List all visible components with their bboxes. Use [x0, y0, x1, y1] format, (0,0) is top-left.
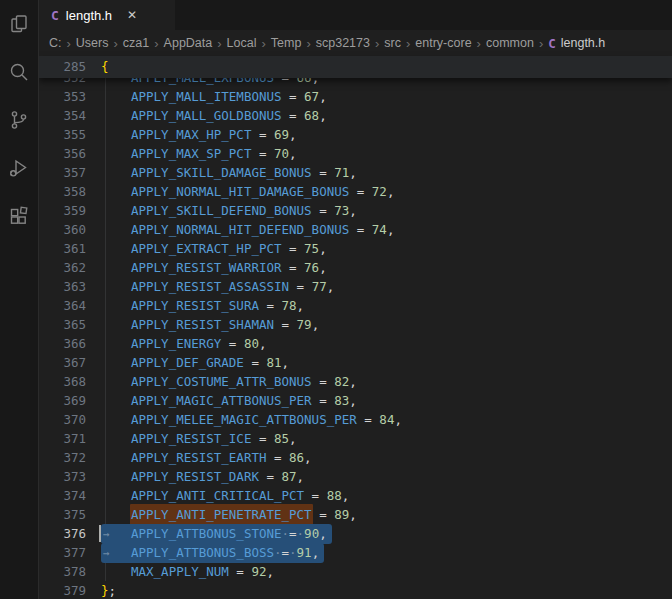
breadcrumb-file[interactable]: length.h	[561, 36, 605, 50]
chevron-right-icon: ›	[306, 36, 310, 51]
line-code: APPLY_MAX_SP_PCT = 70,	[101, 144, 297, 163]
editor-line-373[interactable]: 373APPLY_RESIST_DARK = 87,	[39, 467, 672, 486]
breadcrumb-item[interactable]: Users	[76, 36, 109, 50]
editor-line-353[interactable]: 353APPLY_MALL_ITEMBONUS = 67,	[39, 87, 672, 106]
line-number[interactable]: 365	[39, 315, 86, 334]
tab-bar: C length.h ✕	[39, 0, 672, 30]
editor-line-368[interactable]: 368APPLY_COSTUME_ATTR_BONUS = 82,	[39, 372, 672, 391]
line-code: APPLY_RESIST_ASSASSIN = 77,	[101, 277, 334, 296]
editor-line-360[interactable]: 360APPLY_NORMAL_HIT_DEFEND_BONUS = 74,	[39, 220, 672, 239]
editor-line-359[interactable]: 359APPLY_SKILL_DEFEND_BONUS = 73,	[39, 201, 672, 220]
editor-line-367[interactable]: 367APPLY_DEF_GRADE = 81,	[39, 353, 672, 372]
line-number[interactable]: 368	[39, 372, 86, 391]
editor-line-378[interactable]: 378MAX_APPLY_NUM = 92,	[39, 562, 672, 581]
chevron-right-icon: ›	[261, 36, 265, 51]
line-number[interactable]: 364	[39, 296, 86, 315]
selection: →APPLY_ATTBONUS_STONE·=·90,	[101, 524, 332, 544]
files-icon[interactable]	[0, 0, 38, 48]
line-number[interactable]: 366	[39, 334, 86, 353]
breadcrumb-item[interactable]: scp32173	[316, 36, 370, 50]
editor-line-370[interactable]: 370APPLY_MELEE_MAGIC_ATTBONUS_PER = 84,	[39, 410, 672, 429]
line-code: APPLY_MALL_GOLDBONUS = 68,	[101, 106, 327, 125]
chevron-right-icon: ›	[477, 36, 481, 51]
editor-line-357[interactable]: 357APPLY_SKILL_DAMAGE_BONUS = 71,	[39, 163, 672, 182]
editor-line-355[interactable]: 355APPLY_MAX_HP_PCT = 69,	[39, 125, 672, 144]
sticky-code: {	[101, 59, 109, 74]
line-number[interactable]: 377	[39, 543, 86, 562]
search-icon[interactable]	[0, 48, 38, 96]
breadcrumb-item[interactable]: common	[486, 36, 534, 50]
editor-line-362[interactable]: 362APPLY_RESIST_WARRIOR = 76,	[39, 258, 672, 277]
editor-line-369[interactable]: 369APPLY_MAGIC_ATTBONUS_PER = 83,	[39, 391, 672, 410]
close-icon[interactable]: ✕	[127, 9, 137, 21]
line-code: APPLY_MELEE_MAGIC_ATTBONUS_PER = 84,	[101, 410, 402, 429]
breadcrumb-item[interactable]: cza1	[123, 36, 149, 50]
editor-line-376[interactable]: 376→APPLY_ATTBONUS_STONE·=·90,	[39, 524, 672, 543]
line-code: APPLY_SKILL_DAMAGE_BONUS = 71,	[101, 163, 357, 182]
breadcrumb-item[interactable]: C:	[49, 36, 62, 50]
breadcrumb-item[interactable]: src	[384, 36, 401, 50]
line-number[interactable]: 359	[39, 201, 86, 220]
line-number[interactable]: 369	[39, 391, 86, 410]
editor-line-361[interactable]: 361APPLY_EXTRACT_HP_PCT = 75,	[39, 239, 672, 258]
editor-line-371[interactable]: 371APPLY_RESIST_ICE = 85,	[39, 429, 672, 448]
line-code: APPLY_ANTI_CRITICAL_PCT = 88,	[101, 486, 349, 505]
editor-line-358[interactable]: 358APPLY_NORMAL_HIT_DAMAGE_BONUS = 72,	[39, 182, 672, 201]
line-code: APPLY_ANTI_PENETRATE_PCT = 89,	[101, 505, 357, 524]
sticky-scroll-line[interactable]: 285 {	[39, 56, 672, 78]
line-code: APPLY_MAGIC_ATTBONUS_PER = 83,	[101, 391, 357, 410]
line-number[interactable]: 362	[39, 258, 86, 277]
line-number[interactable]: 371	[39, 429, 86, 448]
editor-line-365[interactable]: 365APPLY_RESIST_SHAMAN = 79,	[39, 315, 672, 334]
line-number[interactable]: 375	[39, 505, 86, 524]
editor-line-379[interactable]: 379};	[39, 581, 672, 599]
line-code: APPLY_COSTUME_ATTR_BONUS = 82,	[101, 372, 357, 391]
breadcrumb-item[interactable]: Temp	[271, 36, 302, 50]
editor-line-375[interactable]: 375APPLY_ANTI_PENETRATE_PCT = 89,	[39, 505, 672, 524]
breadcrumb-item[interactable]: Local	[227, 36, 257, 50]
editor-line-364[interactable]: 364APPLY_RESIST_SURA = 78,	[39, 296, 672, 315]
line-number[interactable]: 358	[39, 182, 86, 201]
line-code: APPLY_SKILL_DEFEND_BONUS = 73,	[101, 201, 357, 220]
line-number[interactable]: 372	[39, 448, 86, 467]
line-number[interactable]: 374	[39, 486, 86, 505]
code-editor[interactable]: 352APPLY_MALL_EXPBONUS = 66,353APPLY_MAL…	[39, 56, 672, 599]
line-number[interactable]: 378	[39, 562, 86, 581]
chevron-right-icon: ›	[217, 36, 221, 51]
editor-line-366[interactable]: 366APPLY_ENERGY = 80,	[39, 334, 672, 353]
line-code: APPLY_NORMAL_HIT_DEFEND_BONUS = 74,	[101, 220, 394, 239]
editor-line-372[interactable]: 372APPLY_RESIST_EARTH = 86,	[39, 448, 672, 467]
line-code: APPLY_RESIST_WARRIOR = 76,	[101, 258, 327, 277]
chevron-right-icon: ›	[154, 36, 158, 51]
run-debug-icon[interactable]	[0, 144, 38, 192]
editor-line-377[interactable]: 377→APPLY_ATTBONUS_BOSS·=·91,	[39, 543, 672, 562]
line-number[interactable]: 376	[39, 524, 86, 543]
line-number[interactable]: 360	[39, 220, 86, 239]
breadcrumb-item[interactable]: entry-core	[415, 36, 471, 50]
tab-length-h[interactable]: C length.h ✕	[39, 0, 175, 30]
line-code: APPLY_RESIST_EARTH = 86,	[101, 448, 312, 467]
line-number[interactable]: 373	[39, 467, 86, 486]
line-number[interactable]: 367	[39, 353, 86, 372]
line-number[interactable]: 363	[39, 277, 86, 296]
c-file-icon: C	[51, 8, 59, 23]
editor-line-354[interactable]: 354APPLY_MALL_GOLDBONUS = 68,	[39, 106, 672, 125]
line-code: APPLY_RESIST_SURA = 78,	[101, 296, 304, 315]
chevron-right-icon: ›	[375, 36, 379, 51]
source-control-icon[interactable]	[0, 96, 38, 144]
line-number[interactable]: 357	[39, 163, 86, 182]
editor-line-374[interactable]: 374APPLY_ANTI_CRITICAL_PCT = 88,	[39, 486, 672, 505]
breadcrumb: C:›Users›cza1›AppData›Local›Temp›scp3217…	[39, 30, 672, 56]
line-number[interactable]: 379	[39, 581, 86, 599]
editor-line-356[interactable]: 356APPLY_MAX_SP_PCT = 70,	[39, 144, 672, 163]
breadcrumb-item[interactable]: AppData	[164, 36, 213, 50]
extensions-icon[interactable]	[0, 192, 38, 240]
line-code: APPLY_NORMAL_HIT_DAMAGE_BONUS = 72,	[101, 182, 394, 201]
editor-line-363[interactable]: 363APPLY_RESIST_ASSASSIN = 77,	[39, 277, 672, 296]
line-code: →APPLY_ATTBONUS_BOSS·=·91,	[101, 543, 324, 563]
sticky-line-number: 285	[39, 56, 86, 78]
line-code: };	[101, 581, 116, 599]
line-number[interactable]: 370	[39, 410, 86, 429]
line-number[interactable]: 361	[39, 239, 86, 258]
line-number[interactable]: 356	[39, 144, 86, 163]
